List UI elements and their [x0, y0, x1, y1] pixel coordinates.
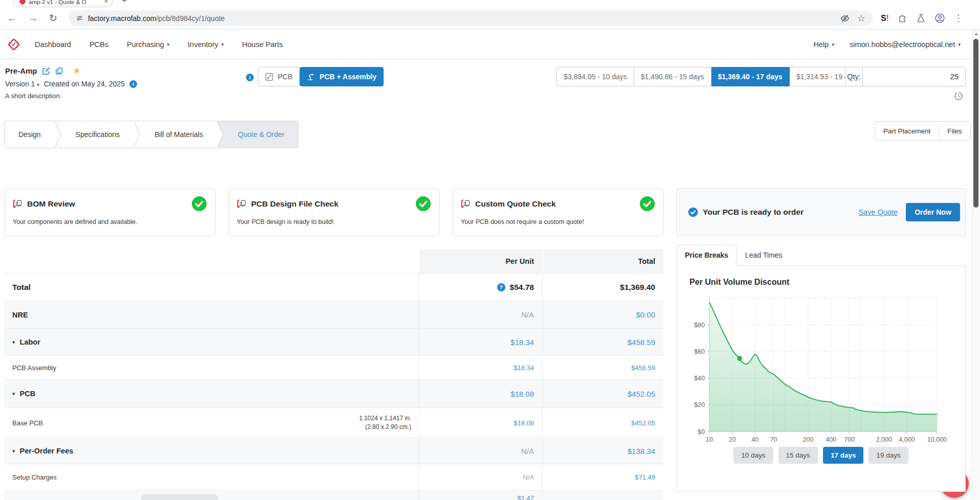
- step-quote-order[interactable]: Quote & Order: [224, 121, 298, 148]
- browser-menu-icon[interactable]: ⋮: [954, 13, 963, 24]
- version-selector[interactable]: Version 1 ▾: [5, 80, 39, 88]
- build-mode-pcb-assembly[interactable]: PCB + Assembly: [300, 67, 384, 86]
- step-label: Design: [18, 130, 41, 139]
- svg-text:$80: $80: [694, 322, 705, 329]
- lead-time-19-days[interactable]: 19 days: [868, 447, 908, 464]
- tab-label: Price Breaks: [685, 251, 728, 259]
- nav-item-purchasing[interactable]: Purchasing▾: [127, 40, 169, 49]
- quote-row-label: NRE: [12, 311, 28, 319]
- svg-text:$60: $60: [694, 348, 705, 355]
- tab-label: Lead Times: [745, 251, 782, 259]
- tab-lead-times[interactable]: Lead Times: [737, 244, 790, 266]
- svg-text:2,000: 2,000: [876, 436, 892, 443]
- inline-select-pill[interactable]: [141, 494, 218, 500]
- extension-s-icon[interactable]: S!: [881, 14, 889, 23]
- toolbar-extensions: S! ⋮: [881, 13, 963, 24]
- info-icon[interactable]: i: [129, 80, 137, 88]
- svg-text:200: 200: [803, 436, 814, 443]
- step-chevron-icon: [55, 121, 62, 148]
- save-quote-link[interactable]: Save Quote: [858, 208, 898, 216]
- collapse-caret-icon[interactable]: ▾: [12, 339, 15, 346]
- check-title: Custom Quote Check: [475, 199, 556, 209]
- files-button[interactable]: Files: [939, 122, 970, 140]
- collapse-caret-icon[interactable]: ▾: [12, 448, 15, 454]
- quote-pricing-table: Per Unit Total Total?$54.78$1,369.40NREN…: [4, 249, 663, 500]
- build-mode-pcb[interactable]: PCB: [258, 67, 300, 86]
- part-placement-button[interactable]: Part Placement: [875, 122, 939, 140]
- per-unit-value: $18.34: [510, 338, 534, 347]
- quantity-input[interactable]: [863, 67, 965, 86]
- nav-item-inventory[interactable]: Inventory▾: [188, 40, 224, 49]
- build-mode-label: PCB: [278, 73, 293, 81]
- price-option-10-days[interactable]: $3,894.05 - 10 days: [556, 67, 634, 86]
- price-options: $3,894.05 - 10 days$1,490.86 - 15 days$1…: [556, 67, 866, 86]
- quote-steps: DesignSpecificationsBill of MaterialsQuo…: [4, 121, 299, 148]
- ready-check-icon: [688, 207, 698, 217]
- bookmark-star-icon[interactable]: ☆: [857, 14, 865, 23]
- svg-text:70: 70: [770, 436, 777, 443]
- quote-row-labor: ▾Labor$18.34$458.59: [4, 329, 663, 356]
- quote-history-icon[interactable]: [953, 91, 964, 101]
- macrofab-favicon: [19, 0, 26, 5]
- lead-time-10-days[interactable]: 10 days: [733, 447, 773, 464]
- nav-item-label: Dashboard: [35, 40, 71, 49]
- new-tab-button[interactable]: +: [122, 0, 127, 6]
- order-now-button[interactable]: Order Now: [906, 203, 960, 221]
- price-breaks-tabs: Price BreaksLead Times: [676, 244, 790, 266]
- step-chevron-icon: [133, 121, 141, 148]
- favorite-star-icon[interactable]: ★: [73, 65, 81, 76]
- svg-text:40: 40: [751, 436, 759, 443]
- step-design[interactable]: Design: [5, 121, 55, 148]
- help-menu[interactable]: Help▾: [814, 40, 834, 49]
- url-path: /pcb/8d984cy/1/quote: [156, 14, 225, 22]
- total-value: $458.59: [631, 364, 655, 372]
- forward-icon[interactable]: →: [28, 13, 38, 24]
- per-unit-value: $18.08: [510, 390, 534, 398]
- check-passed-icon: [191, 196, 207, 212]
- nav-item-dashboard[interactable]: Dashboard: [35, 40, 71, 49]
- lead-time-17-days[interactable]: 17 days: [823, 447, 864, 464]
- per-unit-value: $1.47: [517, 494, 534, 500]
- price-option-17-days[interactable]: $1,369.40 - 17 days: [711, 67, 790, 86]
- step-bill-of-materials[interactable]: Bill of Materials: [141, 121, 217, 148]
- tab-price-breaks[interactable]: Price Breaks: [676, 244, 737, 266]
- extensions-puzzle-icon[interactable]: [898, 13, 907, 23]
- svg-text:10,000: 10,000: [927, 436, 947, 443]
- reload-icon[interactable]: ↻: [49, 12, 57, 24]
- quote-row-label: Labor: [20, 338, 40, 346]
- check-subtitle: Your components are defined and availabl…: [13, 218, 207, 225]
- profile-avatar-icon[interactable]: [934, 13, 945, 24]
- site-info-icon[interactable]: [76, 14, 83, 22]
- created-date: Created on May 24, 2025: [44, 80, 125, 88]
- check-subtitle: Your PCB design is ready to build!: [237, 218, 431, 225]
- copy-icon[interactable]: [55, 67, 63, 75]
- quote-row-label: PCB Assembly: [12, 364, 56, 372]
- scrollbar-up-icon[interactable]: ▲: [974, 31, 978, 36]
- back-icon[interactable]: ←: [7, 13, 17, 24]
- account-menu[interactable]: simon.hobbs@electrooptical.net▾: [850, 40, 961, 49]
- eye-off-icon[interactable]: [840, 13, 850, 24]
- collapse-caret-icon[interactable]: ▾: [12, 391, 15, 397]
- lead-time-15-days[interactable]: 15 days: [778, 447, 818, 464]
- total-value: $71.49: [635, 473, 655, 481]
- browser-tab[interactable]: amp-2 v1 - Quote & O ×: [13, 0, 113, 7]
- nav-item-pcbs[interactable]: PCBs: [90, 40, 108, 49]
- labs-flask-icon[interactable]: [916, 13, 926, 23]
- macrofab-logo[interactable]: [7, 38, 20, 51]
- price-option-15-days[interactable]: $1,490.86 - 15 days: [634, 67, 711, 86]
- lead-time-label: 19 days: [876, 451, 900, 459]
- screen: amp-2 v1 - Quote & O × + ← → ↻ factory.m…: [0, 0, 980, 500]
- total-value: $0.00: [636, 310, 655, 319]
- total-value: $452.05: [628, 390, 655, 398]
- per-unit-value: N/A: [523, 473, 534, 481]
- nav-item-house-parts[interactable]: House Parts: [242, 40, 283, 49]
- step-specifications[interactable]: Specifications: [62, 121, 133, 148]
- quote-row-label: Base PCB: [12, 419, 43, 427]
- info-icon[interactable]: i: [246, 74, 254, 81]
- edit-pencil-icon[interactable]: [42, 66, 51, 75]
- nav-right: Help▾ simon.hobbs@electrooptical.net▾: [814, 40, 961, 49]
- url-bar[interactable]: factory.macrofab.com/pcb/8d984cy/1/quote…: [69, 10, 873, 26]
- help-circle-icon[interactable]: ?: [497, 283, 505, 291]
- scrollbar-thumb[interactable]: [973, 39, 978, 208]
- tab-close-icon[interactable]: ×: [104, 0, 108, 5]
